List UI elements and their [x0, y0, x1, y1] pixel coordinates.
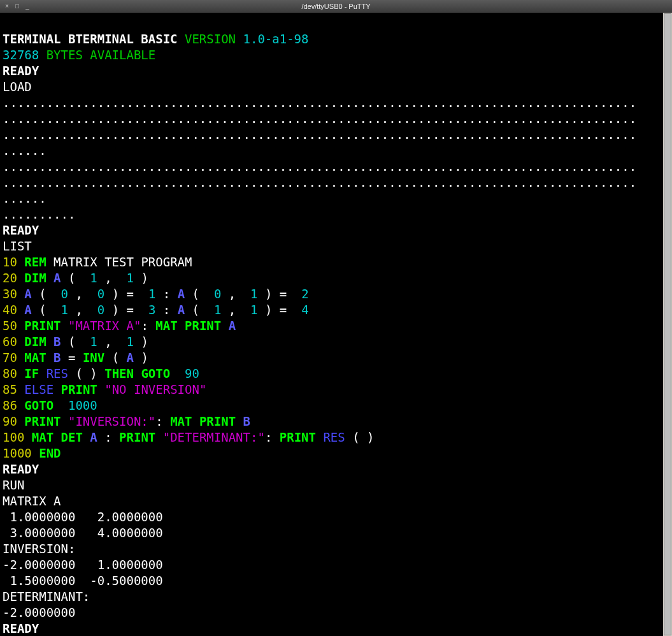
terminal-text: ........................................…: [3, 175, 636, 189]
line-number: 80: [3, 366, 17, 380]
line-number: 90: [3, 414, 17, 428]
scrollbar[interactable]: [663, 13, 672, 636]
keyword: REM: [24, 255, 54, 269]
maximize-icon[interactable]: □: [14, 3, 20, 10]
variable: A: [24, 303, 31, 317]
line-number: 100: [3, 430, 24, 444]
keyword: PRINT: [24, 414, 68, 428]
command-text: LIST: [3, 239, 32, 253]
variable: B: [54, 351, 61, 365]
keyword: GOTO: [24, 398, 68, 412]
output-text: 3.0000000 4.0000000: [3, 526, 163, 540]
line-number: 20: [3, 271, 17, 285]
terminal-text: ........................................…: [3, 112, 636, 126]
variable: A: [54, 271, 61, 285]
output-text: INVERSION:: [3, 542, 75, 556]
variable: A: [24, 287, 31, 301]
keyword: END: [39, 446, 61, 460]
output-text: -2.0000000: [3, 605, 75, 619]
terminal-text: 32768: [3, 48, 46, 62]
string: "INVERSION:": [68, 414, 155, 428]
ready-prompt: READY: [3, 621, 39, 635]
terminal-text: ........................................…: [3, 96, 636, 110]
keyword: DIM: [24, 271, 54, 285]
line-number: 1000: [3, 446, 32, 460]
keyword: MAT DET: [32, 430, 90, 444]
keyword: RES: [323, 430, 345, 444]
window-title: /dev/ttyUSB0 - PuTTY: [301, 3, 370, 10]
variable: B: [54, 335, 61, 349]
terminal-text: VERSION: [185, 32, 243, 46]
ready-prompt: READY: [3, 223, 39, 237]
terminal-text: ........................................…: [3, 159, 636, 173]
output-text: 1.0000000 2.0000000: [3, 510, 163, 524]
command-text: LOAD: [3, 80, 32, 94]
output-text: -2.0000000 1.0000000: [3, 558, 163, 572]
line-number: 10: [3, 255, 17, 269]
string: "NO INVERSION": [104, 382, 206, 396]
keyword: MAT: [24, 351, 54, 365]
ready-prompt: READY: [3, 462, 39, 476]
line-number: 40: [3, 303, 17, 317]
ready-prompt: READY: [3, 64, 39, 78]
terminal-text: 1.0-a1-98: [243, 32, 309, 46]
terminal-text: ......: [3, 191, 46, 205]
scrollbar-thumb[interactable]: [664, 13, 671, 635]
keyword: PRINT: [24, 319, 68, 333]
keyword: IF: [24, 366, 46, 380]
terminal-text: BYTES AVAILABLE: [46, 48, 156, 62]
keyword: ELSE: [24, 382, 54, 396]
string: "MATRIX A": [68, 319, 141, 333]
keyword: DIM: [24, 335, 54, 349]
variable: A: [90, 430, 97, 444]
line-number: 30: [3, 287, 17, 301]
terminal-text: TERMINAL BTERMINAL BASIC: [3, 32, 185, 46]
output-text: 1.5000000 -0.5000000: [3, 574, 163, 588]
keyword: RES: [46, 366, 68, 380]
line-number: 70: [3, 351, 17, 365]
output-text: DETERMINANT:: [3, 589, 90, 603]
minimize-icon[interactable]: _: [24, 3, 31, 10]
line-number: 60: [3, 335, 17, 349]
string: "DETERMINANT:": [163, 430, 265, 444]
line-number: 86: [3, 398, 17, 412]
line-number: 50: [3, 319, 17, 333]
terminal-text: ........................................…: [3, 127, 636, 141]
window-titlebar[interactable]: × □ _ /dev/ttyUSB0 - PuTTY: [0, 0, 672, 13]
terminal-output[interactable]: TERMINAL BTERMINAL BASIC VERSION 1.0-a1-…: [0, 13, 663, 636]
output-text: MATRIX A: [3, 494, 61, 508]
terminal-text: ......: [3, 143, 46, 157]
code-text: MATRIX TEST PROGRAM: [54, 255, 192, 269]
line-number: 85: [3, 382, 17, 396]
command-text: RUN: [3, 478, 24, 492]
terminal-text: ..........: [3, 207, 75, 221]
close-icon[interactable]: ×: [4, 3, 10, 10]
